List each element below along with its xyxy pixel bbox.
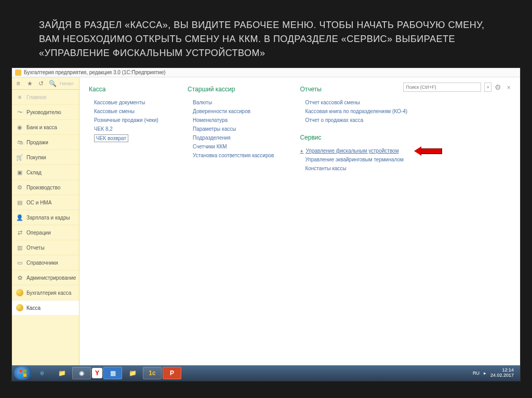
menu-icon[interactable]: ≡ bbox=[14, 79, 22, 88]
taskbar-folder2-icon[interactable]: 📁 bbox=[123, 367, 142, 379]
sidebar-item-production[interactable]: ⚙Производство bbox=[12, 180, 79, 195]
history-icon[interactable]: ↺ bbox=[37, 79, 45, 88]
taskbar-powerpoint-icon[interactable]: P bbox=[163, 367, 181, 379]
callout-arrow bbox=[414, 146, 442, 156]
menu-item-check-return[interactable]: ЧЕК возврат bbox=[94, 134, 128, 142]
folder-icon: ▭ bbox=[16, 259, 23, 266]
sidebar-item-admin[interactable]: ✿Администрирование bbox=[12, 270, 79, 285]
taskbar-yandex-icon[interactable]: Y bbox=[92, 368, 102, 378]
column-senior: Старший кассир Валюты Доверенности касси… bbox=[188, 86, 274, 173]
bank-icon: ◉ bbox=[16, 123, 23, 131]
search-dropdown-icon[interactable]: × bbox=[484, 83, 491, 92]
gear-icon: ✿ bbox=[16, 274, 23, 281]
menu-item[interactable]: Номенклатура bbox=[188, 116, 274, 125]
slide-title: ЗАЙДЯ В РАЗДЕЛ «КАССА», ВЫ ВИДИТЕ РАБОЧЕ… bbox=[0, 0, 532, 73]
taskbar-explorer-icon[interactable]: 📁 bbox=[52, 367, 71, 379]
menu-item[interactable]: Валюты bbox=[188, 98, 274, 107]
sidebar-item-salary[interactable]: 👤Зарплата и кадры bbox=[12, 210, 79, 225]
menu-item[interactable]: Константы кассы bbox=[300, 164, 407, 173]
windows-logo-icon bbox=[19, 369, 27, 377]
menu-item[interactable]: Управление эквайринговым терминалом bbox=[300, 155, 407, 164]
assets-icon: ▤ bbox=[16, 199, 23, 206]
sidebar-item-label: Бухгалтерия касса bbox=[26, 290, 71, 296]
tray-flag-icon[interactable]: ▸ bbox=[484, 370, 486, 376]
sidebar-item-bank[interactable]: ◉Банк и касса bbox=[12, 120, 79, 135]
search-input[interactable] bbox=[403, 83, 481, 92]
taskbar-app-icon[interactable]: ▦ bbox=[103, 367, 122, 379]
menu-item[interactable]: Установка соответствия кассиров bbox=[188, 151, 274, 160]
window-titlebar: Бухгалтерия предприятия, редакция 3.0 (1… bbox=[12, 68, 520, 77]
arrow-head-icon bbox=[414, 146, 421, 156]
sidebar-item-label: ОС и НМА bbox=[26, 200, 51, 205]
taskbar-clock[interactable]: 12:14 24.02.2017 bbox=[490, 368, 514, 378]
sidebar-item-label: Производство bbox=[26, 185, 60, 190]
app-icon bbox=[15, 70, 21, 76]
settings-gear-icon[interactable]: ⚙ bbox=[495, 83, 501, 91]
sidebar-item-kassa[interactable]: Касса bbox=[12, 300, 79, 315]
sidebar-item-operations[interactable]: ⇄Операции bbox=[12, 225, 79, 240]
chart-icon: 〜 bbox=[16, 108, 23, 116]
menu-item[interactable]: Доверенности кассиров bbox=[188, 107, 274, 116]
taskbar-chrome-icon[interactable]: ◉ bbox=[72, 367, 91, 379]
main-content: × ⚙ × Касса Кассовые документы Кассовые … bbox=[79, 77, 520, 365]
sidebar-toolbar: ≡ ★ ↺ 🔍 Начал bbox=[12, 77, 79, 90]
sidebar-item-label: Администрирование bbox=[26, 275, 76, 281]
sidebar-item-label: Банк и касса bbox=[26, 125, 57, 130]
sidebar-item-label: Операции bbox=[26, 230, 51, 236]
production-icon: ⚙ bbox=[16, 184, 23, 191]
menu-item[interactable]: ЧЕК 8,2 bbox=[89, 125, 162, 133]
close-icon[interactable]: × bbox=[504, 84, 513, 91]
taskbar-1c-icon[interactable]: 1c bbox=[143, 367, 162, 379]
svg-rect-3 bbox=[23, 374, 26, 377]
menu-item[interactable]: Кассовые смены bbox=[89, 107, 162, 116]
clock-date: 24.02.2017 bbox=[490, 373, 514, 378]
column-title-kassa: Касса bbox=[89, 86, 162, 93]
search-icon[interactable]: 🔍 bbox=[48, 79, 57, 88]
sidebar-item-reports[interactable]: ▥Отчеты bbox=[12, 240, 79, 255]
taskbar-ie-icon[interactable]: e bbox=[33, 367, 51, 379]
sidebar-item-warehouse[interactable]: ▣Склад bbox=[12, 165, 79, 180]
sidebar-item-directories[interactable]: ▭Справочники bbox=[12, 255, 79, 270]
sidebar: ≡ ★ ↺ 🔍 Начал ≡Главное 〜Руководителю ◉Ба… bbox=[12, 77, 79, 365]
sidebar-item-main[interactable]: ≡Главное bbox=[12, 90, 79, 105]
ball-icon bbox=[16, 289, 23, 296]
warehouse-icon: ▣ bbox=[16, 169, 23, 176]
menu-item[interactable]: Кассовые документы bbox=[89, 98, 162, 107]
menu-item[interactable]: Отчет о продажах касса bbox=[300, 116, 407, 125]
menu-item[interactable]: Параметры кассы bbox=[188, 125, 274, 133]
arrow-body bbox=[421, 148, 442, 154]
svg-rect-1 bbox=[23, 369, 26, 373]
sidebar-start-label: Начал bbox=[60, 81, 73, 86]
menu-item[interactable]: Кассовая книга по подразделениям (КО-4) bbox=[300, 107, 407, 116]
menu-item[interactable]: Счетчики ККМ bbox=[188, 142, 274, 151]
svg-rect-2 bbox=[19, 374, 22, 377]
sidebar-item-label: Касса bbox=[26, 305, 41, 311]
windows-taskbar: e 📁 ◉ Y ▦ 📁 1c P RU ▸ 12:14 24.02.2017 bbox=[12, 365, 520, 381]
ball-icon bbox=[16, 304, 23, 311]
sidebar-item-label: Зарплата и кадры bbox=[26, 215, 70, 221]
menu-item[interactable]: Розничные продажи (чеки) bbox=[89, 116, 162, 125]
sidebar-item-manager[interactable]: 〜Руководителю bbox=[12, 105, 79, 120]
sidebar-item-label: Покупки bbox=[26, 155, 46, 160]
sidebar-item-label: Отчеты bbox=[26, 245, 45, 251]
sidebar-item-label: Склад bbox=[26, 170, 42, 175]
language-indicator[interactable]: RU bbox=[473, 370, 480, 376]
sidebar-item-purchases[interactable]: 🛒Покупки bbox=[12, 150, 79, 165]
column-title-service: Сервис bbox=[300, 134, 407, 141]
sidebar-item-assets[interactable]: ▤ОС и НМА bbox=[12, 195, 79, 210]
menu-item-fiscal-device[interactable]: Управление фискальным устройством bbox=[300, 146, 407, 155]
start-button[interactable] bbox=[14, 366, 32, 380]
sidebar-item-label: Продажи bbox=[26, 140, 48, 145]
window-title-text: Бухгалтерия предприятия, редакция 3.0 (1… bbox=[24, 70, 166, 75]
menu-item[interactable]: Отчет кассовой смены bbox=[300, 98, 407, 107]
sidebar-item-label: Руководителю bbox=[26, 109, 61, 115]
star-icon[interactable]: ★ bbox=[25, 79, 34, 88]
menu-item[interactable]: Подразделения bbox=[188, 133, 274, 142]
column-title-reports: Отчеты bbox=[300, 86, 407, 93]
home-icon: ≡ bbox=[16, 93, 23, 101]
person-icon: 👤 bbox=[16, 214, 23, 221]
svg-rect-0 bbox=[19, 369, 22, 373]
sidebar-item-sales[interactable]: 🛍Продажи bbox=[12, 135, 79, 150]
sidebar-item-accounting-kassa[interactable]: Бухгалтерия касса bbox=[12, 285, 79, 300]
column-kassa: Касса Кассовые документы Кассовые смены … bbox=[89, 86, 162, 173]
